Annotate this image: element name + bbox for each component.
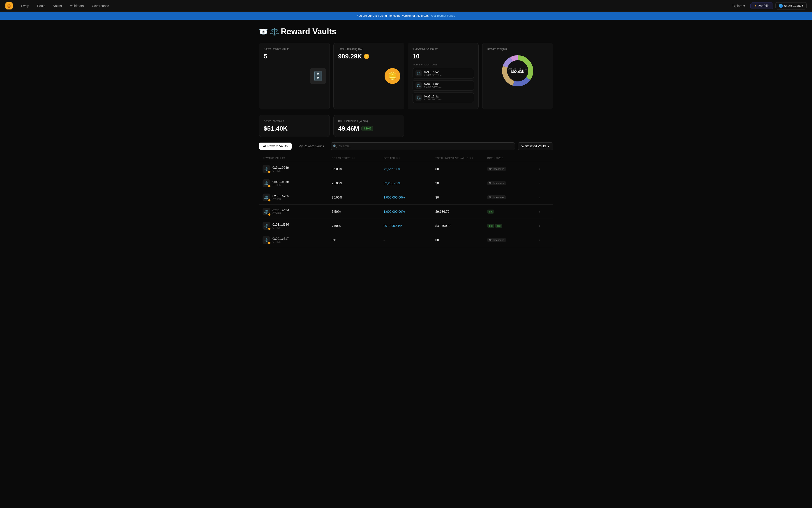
stat-total-bgt-row: 909.29K 🪙 bbox=[338, 53, 399, 60]
vault-icon-2: ⚖️ 🔸 bbox=[262, 194, 270, 201]
explore-label: Explore bbox=[732, 4, 742, 8]
vault-info-1: ⚖️ 🔸 0x4b...eece OTHER bbox=[262, 179, 332, 187]
tabs-row: All Reward Vaults My Reward Vaults 🔍 Whi… bbox=[259, 142, 553, 150]
vault-meta-4: 0x01...d396 OTHER bbox=[272, 223, 289, 229]
stat-validators-label: # Of Active Validators bbox=[413, 47, 474, 50]
vault-meta-3: 0x3d...a434 OTHER bbox=[272, 208, 289, 215]
stat-total-bgt-value: 909.29K bbox=[338, 53, 362, 60]
td-bgt-capture-4: 7.50% bbox=[332, 224, 384, 227]
table-row-3[interactable]: ⚖️ 🔸 0x3d...a434 OTHER 7.50% 1,000,000.0… bbox=[259, 205, 553, 219]
coin-illustration: 🪙 bbox=[385, 68, 400, 84]
nav-swap[interactable]: Swap bbox=[18, 3, 32, 9]
th-total-incentive[interactable]: TOTAL INCENTIVE VALUE ⇅ ℹ bbox=[435, 157, 487, 160]
nav-pools[interactable]: Pools bbox=[34, 3, 48, 9]
stat-validators: # Of Active Validators 10 TOP 3 VALIDATO… bbox=[408, 43, 479, 110]
stat-total-bgt-label: Total Circulating BGT bbox=[338, 47, 399, 50]
vault-info-4: ⚖️ 🔸 0x01...d396 OTHER bbox=[262, 222, 332, 229]
table-row-5[interactable]: ⚖️ 🔸 0x00...c517 OTHER 0% – $0 No Incent… bbox=[259, 233, 553, 247]
portfolio-button[interactable]: ✦ Portfolio bbox=[751, 2, 773, 9]
vault-addr-2: 0x60...a755 bbox=[272, 194, 289, 198]
td-total-incentive-0: $0 bbox=[435, 167, 487, 171]
row-chevron-0: › bbox=[539, 167, 550, 171]
app-logo[interactable]: 🍯 bbox=[5, 2, 13, 9]
incentive-no-incentive-2: No Incentives bbox=[487, 195, 506, 200]
td-total-incentive-2: $0 bbox=[435, 196, 487, 199]
incentive-token-4: bbt bbox=[495, 224, 502, 228]
validator-rate-2: 6.78M BGT/Year bbox=[424, 98, 442, 101]
td-bgt-capture-0: 35.00% bbox=[332, 167, 384, 171]
td-bgt-capture-3: 7.50% bbox=[332, 210, 384, 213]
th-label-0: REWARD VAULTS bbox=[262, 157, 285, 160]
tab-my-reward-vaults[interactable]: My Reward Vaults bbox=[294, 142, 328, 150]
td-total-incentive-4: $41,709.92 bbox=[435, 224, 487, 227]
wallet-avatar bbox=[779, 4, 783, 8]
td-incentives-4: bbtbbt bbox=[487, 224, 539, 228]
search-input[interactable] bbox=[331, 142, 515, 150]
validator-item-2[interactable]: ⚖️ 0xa2...2f3a 6.78M BGT/Year bbox=[413, 92, 474, 103]
validator-item-0[interactable]: ⚖️ 0x95...ed4b 7.74M BGT/Year bbox=[413, 68, 474, 79]
incentive-token-4: bbt bbox=[487, 224, 494, 228]
td-total-incentive-3: $9,686.70 bbox=[435, 210, 487, 213]
td-apr-0: 72,656.11% bbox=[383, 167, 400, 171]
incentive-no-incentive-1: No Incentives bbox=[487, 181, 506, 185]
th-label-3: TOTAL INCENTIVE VALUE bbox=[435, 157, 468, 160]
vault-meta-2: 0x60...a755 OTHER bbox=[272, 194, 289, 201]
td-bgt-capture-5: 0% bbox=[332, 238, 384, 242]
nav-governance[interactable]: Governance bbox=[89, 3, 112, 9]
row-chevron-5: › bbox=[539, 238, 550, 242]
table-row-2[interactable]: ⚖️ 🔸 0x60...a755 OTHER 25.00% 1,000,000.… bbox=[259, 190, 553, 205]
td-incentives-5: No Incentives bbox=[487, 238, 539, 242]
table-row-1[interactable]: ⚖️ 🔸 0x4b...eece OTHER 25.00% 53,286.40%… bbox=[259, 176, 553, 190]
validator-info-2: 0xa2...2f3a 6.78M BGT/Year bbox=[424, 95, 442, 101]
testnet-funds-link[interactable]: Get Testnet Funds bbox=[431, 14, 455, 17]
title-text: Reward Vaults bbox=[281, 27, 336, 36]
td-bgt-capture-2: 25.00% bbox=[332, 196, 384, 199]
vault-info-3: ⚖️ 🔸 0x3d...a434 OTHER bbox=[262, 208, 332, 215]
th-label-4: INCENTIVES bbox=[487, 157, 504, 160]
wallet-button[interactable]: 0x1A59...7525 bbox=[775, 2, 807, 9]
td-bgt-apr-wrap-0: 72,656.11% bbox=[383, 167, 435, 171]
stat-bgt-dist-label: BGT Distribution (Yearly) bbox=[338, 120, 399, 123]
td-incentives-3: bbt bbox=[487, 210, 539, 214]
info-icon-total-incentive: ℹ bbox=[472, 157, 473, 160]
td-incentives-2: No Incentives bbox=[487, 195, 539, 200]
nav-validators[interactable]: Validators bbox=[67, 3, 87, 9]
info-icon-bgt-capture: ℹ bbox=[354, 157, 355, 160]
stat-validators-value: 10 bbox=[413, 53, 474, 60]
vault-icon-5: ⚖️ 🔸 bbox=[262, 236, 270, 244]
stats-grid-top: Active Reward Vaults 5 🗄️ Total Circulat… bbox=[259, 43, 553, 110]
tab-all-reward-vaults[interactable]: All Reward Vaults bbox=[259, 142, 292, 150]
row-chevron-3: › bbox=[539, 210, 550, 213]
td-apr-1: 53,286.40% bbox=[383, 181, 400, 185]
validator-item-1[interactable]: ⚖️ 0x92...7983 7.40M BGT/Year bbox=[413, 80, 474, 91]
vault-type-2: OTHER bbox=[272, 198, 289, 201]
chevron-down-icon: ▾ bbox=[743, 4, 745, 8]
validator-info-0: 0x95...ed4b 7.74M BGT/Year bbox=[424, 70, 442, 77]
incentive-no-incentive-0: No Incentives bbox=[487, 167, 506, 171]
stat-incentives-label: Active Incentives bbox=[264, 120, 325, 123]
nav-vaults[interactable]: Vaults bbox=[50, 3, 65, 9]
nav-right: Explore ▾ ✦ Portfolio 0x1A59...7525 bbox=[729, 2, 807, 9]
td-bgt-apr-wrap-3: 1,000,000.00% bbox=[383, 210, 435, 213]
validator-icon-1: ⚖️ bbox=[416, 82, 422, 89]
th-bgt-capture[interactable]: BGT CAPTURE ⇅ ℹ bbox=[332, 157, 384, 160]
table-row-0[interactable]: ⚖️ 🔸 0x9c...9646 OTHER 35.00% 72,656.11%… bbox=[259, 162, 553, 176]
td-total-incentive-5: $0 bbox=[435, 238, 487, 242]
explore-button[interactable]: Explore ▾ bbox=[729, 3, 748, 9]
testnet-banner: You are currently using the testnet vers… bbox=[0, 12, 812, 19]
table-row-4[interactable]: ⚖️ 🔸 0x01...d396 OTHER 7.50% 991,095.51%… bbox=[259, 219, 553, 233]
stats-grid-bottom: Active Incentives $51.40K BGT Distributi… bbox=[259, 115, 553, 137]
td-bgt-apr-wrap-1: 53,286.40% bbox=[383, 181, 435, 185]
td-bgt-apr-wrap-2: 1,000,000.00% bbox=[383, 196, 435, 199]
validator-addr-1: 0x92...7983 bbox=[424, 83, 442, 86]
filter-button[interactable]: Whitelisted Vaults ▾ bbox=[518, 142, 553, 150]
search-wrap: 🔍 bbox=[331, 142, 515, 150]
vault-badge-3: 🔸 bbox=[268, 213, 271, 216]
vault-info-5: ⚖️ 🔸 0x00...c517 OTHER bbox=[262, 236, 332, 244]
vault-meta-5: 0x00...c517 OTHER bbox=[272, 237, 289, 243]
vault-type-1: OTHER bbox=[272, 184, 289, 186]
stat-active-vaults-label: Active Reward Vaults bbox=[264, 47, 325, 50]
vault-icon-4: ⚖️ 🔸 bbox=[262, 222, 270, 229]
table-body: ⚖️ 🔸 0x9c...9646 OTHER 35.00% 72,656.11%… bbox=[259, 162, 553, 247]
th-bgt-apr[interactable]: BGT APR ⇅ ℹ bbox=[383, 157, 435, 160]
